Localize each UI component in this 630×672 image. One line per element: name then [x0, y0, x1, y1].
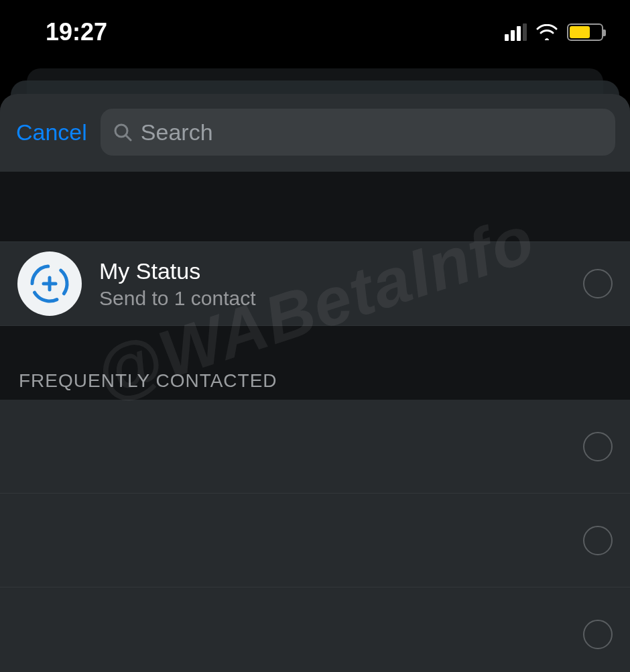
my-status-avatar	[17, 251, 82, 316]
my-status-subtitle: Send to 1 contact	[99, 287, 583, 310]
my-status-title: My Status	[99, 258, 583, 284]
wifi-icon	[536, 24, 558, 40]
status-time: 19:27	[27, 18, 107, 46]
frequently-contacted-list	[0, 400, 630, 672]
share-sheet: Cancel Search My Status Send	[0, 94, 630, 672]
section-gap	[0, 172, 630, 241]
ios-status-bar: 19:27	[0, 0, 630, 64]
frequently-contacted-label: FREQUENTLY CONTACTED	[19, 370, 277, 392]
cancel-button[interactable]: Cancel	[15, 117, 88, 148]
my-status-radio[interactable]	[583, 269, 613, 298]
status-icons	[505, 23, 603, 41]
contact-radio[interactable]	[583, 526, 613, 555]
battery-fill	[570, 26, 590, 38]
battery-icon	[567, 23, 603, 41]
contact-radio[interactable]	[583, 620, 613, 649]
cellular-signal-icon	[505, 23, 527, 41]
section-header-gap: FREQUENTLY CONTACTED	[0, 326, 630, 400]
contact-radio[interactable]	[583, 432, 613, 461]
list-item[interactable]	[0, 587, 630, 672]
search-input[interactable]: Search	[101, 109, 615, 156]
my-status-row[interactable]: My Status Send to 1 contact	[0, 241, 630, 326]
search-icon	[113, 122, 133, 142]
svg-line-1	[126, 135, 131, 140]
status-ring-plus-icon	[28, 262, 71, 305]
search-placeholder: Search	[141, 119, 213, 146]
sheet-header: Cancel Search	[0, 94, 630, 172]
list-item[interactable]	[0, 494, 630, 587]
list-item[interactable]	[0, 400, 630, 494]
